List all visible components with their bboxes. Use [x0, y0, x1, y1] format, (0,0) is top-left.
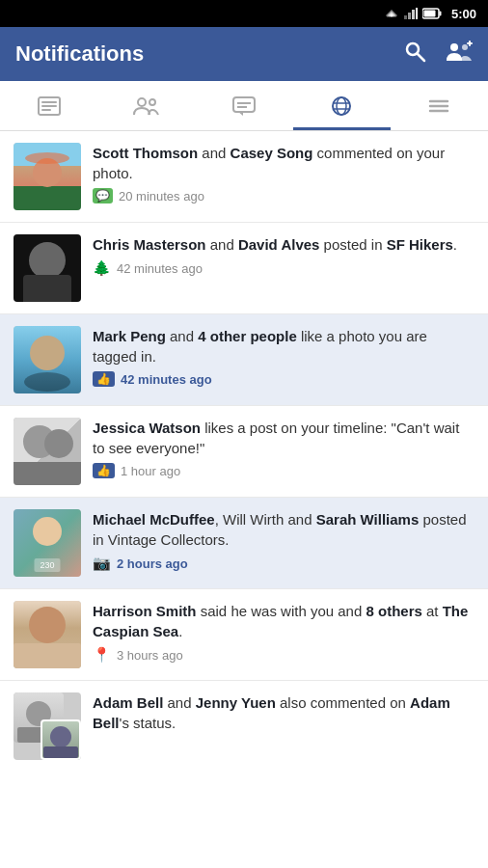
like-icon: 👍	[93, 371, 115, 387]
notification-content: Harrison Smith said he was with you and …	[93, 601, 474, 664]
location-icon: 📍	[93, 646, 111, 664]
svg-rect-5	[412, 10, 415, 19]
status-icons	[384, 8, 442, 19]
notification-item[interactable]: Mark Peng and 4 other people like a phot…	[0, 314, 488, 406]
avatar	[14, 692, 81, 760]
svg-point-21	[149, 99, 155, 105]
battery-icon	[422, 8, 442, 19]
svg-point-13	[462, 44, 468, 50]
wifi-icon	[384, 8, 399, 19]
svg-rect-17	[41, 101, 57, 103]
notification-text: Harrison Smith said he was with you and …	[93, 601, 474, 641]
notification-text: Mark Peng and 4 other people like a phot…	[93, 326, 474, 366]
notification-meta: 🌲 42 minutes ago	[93, 259, 474, 277]
friends-icon	[132, 95, 161, 117]
notification-time: 2 hours ago	[117, 556, 188, 571]
notification-item[interactable]: Jessica Watson likes a post on your time…	[0, 406, 488, 498]
notification-item[interactable]: 230 Michael McDuffee, Will Wirth and Sar…	[0, 498, 488, 589]
avatar	[14, 326, 81, 393]
tab-news-feed[interactable]	[0, 81, 97, 130]
camera-icon: 📷	[93, 555, 111, 572]
notification-meta: 👍 1 hour ago	[93, 463, 474, 478]
status-time: 5:00	[451, 7, 476, 21]
notification-meta: 📍 3 hours ago	[93, 646, 474, 664]
notification-content: Jessica Watson likes a post on your time…	[93, 418, 474, 478]
friend-requests-icon[interactable]	[446, 40, 473, 68]
svg-rect-22	[233, 97, 255, 112]
svg-rect-18	[41, 105, 57, 107]
avatar	[14, 418, 81, 485]
news-feed-icon	[37, 95, 62, 117]
notification-time: 42 minutes ago	[117, 261, 203, 276]
notification-item[interactable]: Harrison Smith said he was with you and …	[0, 589, 488, 681]
messages-icon	[231, 95, 257, 117]
notification-item[interactable]: Scott Thomson and Casey Song commented o…	[0, 131, 488, 223]
notification-content: Michael McDuffee, Will Wirth and Sarah W…	[93, 509, 474, 572]
notification-text: Jessica Watson likes a post on your time…	[93, 418, 474, 458]
svg-point-20	[138, 98, 146, 106]
like-icon: 👍	[93, 463, 115, 478]
search-icon[interactable]	[403, 40, 426, 68]
notification-content: Mark Peng and 4 other people like a phot…	[93, 326, 474, 387]
tab-messages[interactable]	[195, 81, 292, 130]
notification-content: Chris Masterson and David Alves posted i…	[93, 234, 474, 277]
svg-point-12	[450, 43, 458, 51]
notification-time: 3 hours ago	[117, 648, 183, 663]
more-icon	[426, 95, 451, 117]
svg-rect-8	[439, 12, 441, 16]
notification-meta: 📷 2 hours ago	[93, 555, 474, 572]
notification-list: Scott Thomson and Casey Song commented o…	[0, 131, 488, 772]
notification-time: 1 hour ago	[121, 464, 180, 478]
notification-content: Adam Bell and Jenny Yuen also commented …	[93, 692, 474, 738]
comment-icon: 💬	[93, 188, 113, 203]
notification-item[interactable]: Chris Masterson and David Alves posted i…	[0, 223, 488, 314]
svg-rect-6	[416, 8, 418, 19]
notification-meta: 👍 42 minutes ago	[93, 371, 474, 387]
svg-marker-23	[238, 112, 243, 116]
avatar: 230	[14, 509, 81, 577]
notification-item[interactable]: Adam Bell and Jenny Yuen also commented …	[0, 681, 488, 772]
notification-time: 20 minutes ago	[119, 189, 204, 203]
notification-time: 42 minutes ago	[121, 372, 212, 387]
avatar	[14, 601, 81, 668]
svg-point-26	[333, 97, 350, 115]
svg-point-27	[337, 97, 346, 115]
tree-icon: 🌲	[93, 259, 111, 277]
header-actions	[403, 40, 473, 68]
notification-text: Michael McDuffee, Will Wirth and Sarah W…	[93, 509, 474, 550]
svg-rect-3	[404, 15, 407, 19]
tab-friends[interactable]	[97, 81, 195, 130]
tab-notifications[interactable]	[293, 81, 391, 130]
notification-meta: 💬 20 minutes ago	[93, 188, 474, 203]
svg-rect-19	[41, 109, 51, 111]
notification-text: Adam Bell and Jenny Yuen also commented …	[93, 692, 474, 733]
svg-rect-4	[408, 13, 411, 19]
page-title: Notifications	[15, 41, 403, 67]
globe-icon	[329, 95, 354, 117]
svg-rect-9	[423, 11, 435, 17]
avatar	[14, 143, 81, 210]
tab-more[interactable]	[391, 81, 488, 130]
notification-content: Scott Thomson and Casey Song commented o…	[93, 143, 474, 203]
notification-text: Scott Thomson and Casey Song commented o…	[93, 143, 474, 183]
avatar	[14, 234, 81, 302]
svg-line-11	[418, 54, 424, 61]
signal-icon	[404, 8, 418, 19]
nav-tabs	[0, 81, 488, 131]
notification-text: Chris Masterson and David Alves posted i…	[93, 234, 474, 255]
app-header: Notifications	[0, 27, 488, 81]
status-bar: 5:00	[0, 0, 488, 27]
